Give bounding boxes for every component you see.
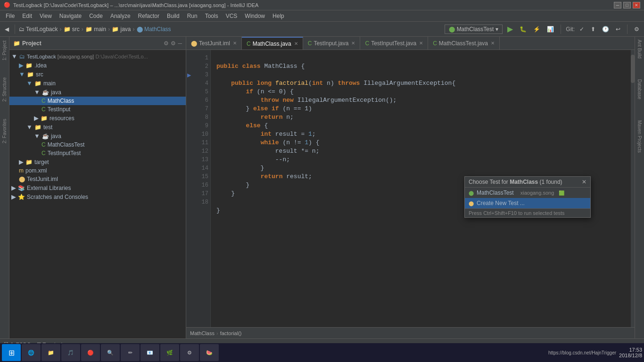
tree-item-target[interactable]: ▶ 📁 target bbox=[9, 157, 186, 166]
tab-testjunit[interactable]: ⬤ TestJunit.iml ✕ bbox=[186, 37, 242, 50]
run-button[interactable]: ▶ bbox=[505, 24, 515, 34]
breadcrumb-src[interactable]: 📁 src bbox=[64, 26, 80, 33]
scratch-expand-icon: ▶ bbox=[11, 193, 16, 200]
menu-vcs[interactable]: VCS bbox=[222, 12, 241, 20]
tab-testinputtest[interactable]: C TestInputTest.java ✕ bbox=[360, 37, 428, 50]
tree-item-java-main[interactable]: ▼ ☕ java bbox=[9, 88, 186, 97]
tab-label-testinputtest: TestInputTest.java bbox=[371, 40, 416, 47]
tree-item-scratches[interactable]: ▶ ⭐ Scratches and Consoles bbox=[9, 192, 186, 201]
tree-item-main[interactable]: ▼ 📁 main bbox=[9, 79, 186, 88]
tab-icon-testinput: C bbox=[308, 40, 312, 47]
tree-item-src[interactable]: ▼ 📁 src bbox=[9, 70, 186, 79]
tree-item-pom[interactable]: m pom.xml bbox=[9, 166, 186, 175]
menu-file[interactable]: File bbox=[2, 12, 18, 20]
gear-button[interactable]: ⚙ bbox=[171, 40, 176, 47]
taskbar-intellij[interactable]: 🔴 bbox=[81, 344, 100, 361]
taskbar-mail[interactable]: 📧 bbox=[140, 344, 159, 361]
tab-close-mathclass[interactable]: ✕ bbox=[294, 41, 298, 46]
menu-view[interactable]: View bbox=[36, 12, 56, 20]
tab-mathclass[interactable]: C MathClass.java ✕ bbox=[242, 37, 303, 50]
breadcrumb-main[interactable]: 📁 main bbox=[85, 26, 106, 33]
tree-item-idea[interactable]: ▶ 📁 .idea bbox=[9, 61, 186, 70]
menu-run[interactable]: Run bbox=[183, 12, 201, 20]
run-config-selector[interactable]: ⬤ MathClassTest ▾ bbox=[445, 25, 503, 34]
sync-button[interactable]: ⚙ bbox=[164, 40, 169, 47]
settings-button[interactable]: ⚙ bbox=[632, 25, 641, 33]
tab-label-testinput: TestInput.java bbox=[314, 40, 348, 47]
tab-mathclasstest[interactable]: C MathClassTest.java ✕ bbox=[428, 37, 500, 50]
tab-close-testinputtest[interactable]: ✕ bbox=[419, 41, 423, 46]
taskbar-paint[interactable]: ✏ bbox=[121, 344, 140, 361]
menu-build[interactable]: Build bbox=[163, 12, 183, 20]
create-icon: ⬤ bbox=[469, 201, 474, 206]
menu-refactor[interactable]: Refactor bbox=[134, 12, 163, 20]
clock-time: 17:53 bbox=[619, 347, 642, 353]
maven-projects-button[interactable]: Maven Projects bbox=[636, 117, 643, 156]
target-expand-icon: ▶ bbox=[19, 158, 24, 165]
back-button[interactable]: ◀ bbox=[3, 25, 11, 33]
taskbar-watermelon[interactable]: 🍉 bbox=[200, 344, 219, 361]
tree-item-test[interactable]: ▼ 📁 test bbox=[9, 123, 186, 132]
tree-item-ext-lib[interactable]: ▶ 📚 External Libraries bbox=[9, 183, 186, 192]
tab-close-testjunit[interactable]: ✕ bbox=[233, 41, 237, 46]
project-panel: 📁 Project ⚙ ⚙ ─ ▼ 🗂 TestLogback [xiaogan… bbox=[9, 37, 186, 338]
taskbar-settings[interactable]: ⚙ bbox=[180, 344, 199, 361]
taskbar-search[interactable]: 🔍 bbox=[101, 344, 120, 361]
database-button[interactable]: Database bbox=[636, 76, 643, 102]
tab-testinput[interactable]: C TestInput.java ✕ bbox=[303, 37, 361, 50]
tree-item-mathclass[interactable]: C MathClass bbox=[9, 97, 186, 105]
popup-item-mathclasstest[interactable]: ⬤ MathClassTest xiaogang.song 🟩 bbox=[465, 188, 590, 198]
popup-close-button[interactable]: ✕ bbox=[582, 179, 586, 185]
popup-item-create-new[interactable]: ⬤ Create New Test ... bbox=[465, 198, 590, 208]
java-test-expand-icon: ▼ bbox=[34, 132, 40, 140]
tree-item-resources[interactable]: ▶ 📁 resources bbox=[9, 114, 186, 123]
debug-button[interactable]: 🐛 bbox=[518, 25, 528, 33]
coverage-button[interactable]: ⚡ bbox=[531, 25, 542, 33]
maximize-button[interactable]: □ bbox=[623, 2, 631, 8]
menu-help[interactable]: Help bbox=[269, 12, 288, 20]
editor-scrollbar[interactable] bbox=[631, 50, 635, 327]
git-push-button[interactable]: ⬆ bbox=[589, 25, 597, 33]
tree-item-iml[interactable]: ⬤ TestJunit.iml bbox=[9, 175, 186, 183]
tree-item-testinputtest[interactable]: C TestInputTest bbox=[9, 149, 186, 157]
menu-analyze[interactable]: Analyze bbox=[107, 12, 134, 20]
tree-item-testinput[interactable]: C TestInput bbox=[9, 105, 186, 114]
menu-navigate[interactable]: Navigate bbox=[56, 12, 85, 20]
menu-tools[interactable]: Tools bbox=[201, 12, 222, 20]
breadcrumb-class[interactable]: MathClass bbox=[190, 330, 215, 336]
taskbar-media[interactable]: 🎵 bbox=[61, 344, 80, 361]
breadcrumb-mathclass[interactable]: ⬤ MathClass bbox=[137, 26, 171, 33]
tab-label-testjunit: TestJunit.iml bbox=[199, 40, 230, 47]
taskbar-explorer[interactable]: 📁 bbox=[41, 344, 60, 361]
git-revert-button[interactable]: ↩ bbox=[614, 25, 622, 33]
taskbar-chrome[interactable]: 🌿 bbox=[160, 344, 179, 361]
vtab-project[interactable]: 1: Project bbox=[1, 37, 8, 64]
breadcrumb-method[interactable]: factorial() bbox=[220, 330, 242, 336]
vtab-structure[interactable]: 2: Structure bbox=[1, 74, 8, 106]
scrollbar-thumb[interactable] bbox=[631, 55, 635, 83]
ant-build-button[interactable]: Ant Build bbox=[636, 37, 643, 61]
git-history-button[interactable]: 🕐 bbox=[600, 25, 611, 33]
tab-icon-mathclasstest: C bbox=[433, 40, 437, 47]
menu-window[interactable]: Window bbox=[241, 12, 269, 20]
tree-item-mathclasstest[interactable]: C MathClassTest bbox=[9, 140, 186, 149]
tree-item-java-test[interactable]: ▼ ☕ java bbox=[9, 132, 186, 140]
minimize-button[interactable]: ─ bbox=[614, 2, 621, 8]
menu-edit[interactable]: Edit bbox=[18, 12, 36, 20]
breadcrumb-project[interactable]: 🗂 TestLogback bbox=[19, 26, 58, 33]
taskbar-ie[interactable]: 🌐 bbox=[22, 344, 41, 361]
profile-button[interactable]: 📊 bbox=[545, 25, 556, 33]
minimize-panel-button[interactable]: ─ bbox=[178, 40, 182, 47]
tab-close-testinput[interactable]: ✕ bbox=[351, 41, 355, 46]
git-update-button[interactable]: ✓ bbox=[578, 25, 586, 33]
start-button[interactable]: ⊞ bbox=[2, 344, 21, 361]
breadcrumb-java[interactable]: 📁 java bbox=[112, 26, 131, 33]
vtab-favorites[interactable]: 2: Favorites bbox=[1, 115, 8, 147]
close-button[interactable]: ✕ bbox=[633, 2, 640, 8]
menu-code[interactable]: Code bbox=[85, 12, 107, 20]
toolbar-breadcrumb: 🗂 TestLogback › 📁 src › 📁 main › 📁 java … bbox=[19, 26, 171, 33]
taskbar-url: https://blog.csdn.net/HajnTrigger bbox=[548, 350, 616, 355]
tab-close-mathclasstest[interactable]: ✕ bbox=[491, 41, 495, 46]
tree-item-root[interactable]: ▼ 🗂 TestLogback [xiaogang.song] D:\Java\… bbox=[9, 52, 186, 61]
extlib-expand-icon: ▶ bbox=[11, 184, 16, 191]
